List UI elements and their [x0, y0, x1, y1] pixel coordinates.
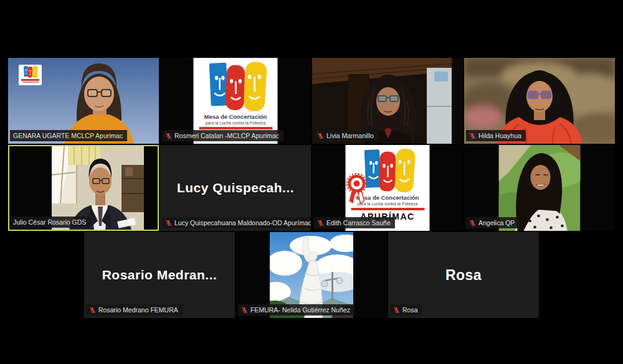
- participant-name-label: Angelica QP: [466, 217, 519, 228]
- participant-name-label: Rosmeri Catalan -MCLCP Apurimac: [162, 130, 283, 141]
- participant-name: Rosario Medrano FEMURA: [98, 304, 178, 315]
- logo-title: Mesa de Concertación: [204, 113, 267, 120]
- participant-name: Rosmeri Catalan -MCLCP Apurimac: [174, 130, 279, 141]
- participant-tile-nelida[interactable]: FEMURA- Nelida Gutiérrez Nuñez: [236, 232, 387, 318]
- participant-name: Julio César Rosario GDS: [13, 217, 86, 228]
- participant-tile-rosario[interactable]: Rosario Medran... Rosario Medrano FEMURA: [84, 232, 235, 318]
- participant-name-label: GENARA UGARTE MCLCP Apurimac: [10, 130, 127, 141]
- participant-tile-hilda[interactable]: Hilda Huayhua: [464, 58, 615, 144]
- participant-name: Livia Marmanillo: [326, 130, 374, 141]
- muted-mic-icon: [317, 133, 324, 139]
- logo-red-bar: [351, 208, 424, 210]
- muted-mic-icon: [317, 220, 324, 226]
- participant-name-label: Hilda Huayhua: [466, 130, 526, 141]
- participant-name-label: Lucy Quispecahuana Maldonado-OD Apurímac: [162, 217, 311, 228]
- participant-tile-angelica[interactable]: Angelica QP: [464, 145, 615, 231]
- mesa-logo-mini-card: [19, 65, 42, 85]
- muted-mic-icon: [165, 220, 172, 226]
- participant-tile-edith[interactable]: Mesa de Concertación para la Lucha contr…: [312, 145, 463, 231]
- participant-tile-genara[interactable]: GENARA UGARTE MCLCP Apurimac: [8, 58, 159, 144]
- participant-tile-rosa[interactable]: Rosa Rosa: [388, 232, 539, 318]
- participant-tile-lucy[interactable]: Lucy Quispecah... Lucy Quispecahuana Mal…: [160, 145, 311, 231]
- muted-mic-icon: [393, 307, 400, 314]
- participant-name: Hilda Huayhua: [478, 130, 521, 141]
- mini-logo-caption-line: [22, 82, 39, 83]
- muted-mic-icon: [469, 133, 476, 139]
- participant-name: Angelica QP: [478, 217, 515, 228]
- participant-name-label: Julio César Rosario GDS: [10, 217, 90, 228]
- participant-name-label: Rosa: [390, 304, 422, 315]
- participant-name-label: Edith Carrasco Sauñe: [314, 217, 395, 228]
- muted-mic-icon: [89, 307, 96, 314]
- muted-mic-icon: [165, 133, 172, 139]
- muted-mic-icon: [469, 220, 476, 226]
- participant-name-label: Rosario Medrano FEMURA: [86, 304, 183, 315]
- participant-name: Lucy Quispecahuana Maldonado-OD Apurímac: [174, 217, 311, 228]
- participant-name: Edith Carrasco Sauñe: [326, 217, 391, 228]
- mesa-logo-graphic: [201, 60, 270, 113]
- logo-red-bar: [199, 127, 272, 129]
- rosette-badge-icon: [345, 172, 369, 205]
- mini-logo-caption-line: [21, 79, 39, 81]
- muted-mic-icon: [241, 307, 248, 314]
- mesa-logo-icon: [21, 65, 40, 78]
- participant-name-label: FEMURA- Nelida Gutiérrez Nuñez: [238, 304, 354, 315]
- participant-tile-julio-active-speaker[interactable]: Julio César Rosario GDS: [8, 145, 159, 231]
- participant-name: Rosa: [402, 304, 418, 315]
- participant-name-label: Livia Marmanillo: [314, 130, 378, 141]
- logo-subtitle: para la Lucha contra la Pobreza: [206, 121, 265, 125]
- participant-name: GENARA UGARTE MCLCP Apurimac: [13, 130, 123, 141]
- video-grid: GENARA UGARTE MCLCP Apurimac Mesa de Con…: [0, 0, 623, 364]
- participant-tile-rosmeri[interactable]: Mesa de Concertación para la Lucha contr…: [160, 58, 311, 144]
- participant-name: FEMURA- Nelida Gutiérrez Nuñez: [250, 304, 350, 315]
- participant-tile-livia[interactable]: Livia Marmanillo: [312, 58, 463, 144]
